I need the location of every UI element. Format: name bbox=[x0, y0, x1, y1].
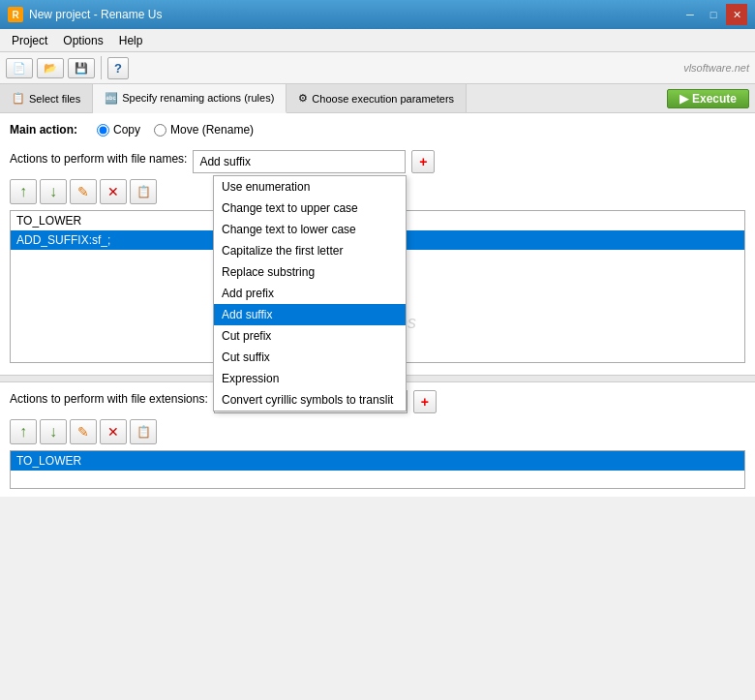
ext-delete-button[interactable]: ✕ bbox=[100, 419, 127, 444]
close-button[interactable]: ✕ bbox=[726, 4, 747, 25]
main-action-label: Main action: bbox=[10, 123, 77, 137]
tab-execution-label: Choose execution parameters bbox=[312, 93, 454, 105]
menu-help[interactable]: Help bbox=[111, 32, 151, 49]
extensions-add-button[interactable]: + bbox=[413, 390, 437, 413]
dropdown-option-cut-suffix[interactable]: Cut suffix bbox=[214, 347, 406, 368]
names-dropdown-wrapper: Use enumeration Change text to upper cas… bbox=[193, 150, 406, 173]
radio-group: Copy Move (Rename) bbox=[97, 123, 254, 137]
brand-watermark: vlsoftware.net bbox=[683, 62, 749, 74]
extensions-list: TO_LOWER bbox=[10, 450, 745, 489]
menu-options[interactable]: Options bbox=[55, 32, 110, 49]
toolbar: 📄 📂 💾 ? vlsoftware.net bbox=[0, 52, 755, 84]
toolbar-separator bbox=[101, 56, 102, 79]
ext-down-button[interactable]: ↓ bbox=[40, 419, 67, 444]
tabs-bar: 📋 Select files 🔤 Specify renaming action… bbox=[0, 84, 755, 113]
title-bar: R New project - Rename Us ─ □ ✕ bbox=[0, 0, 755, 29]
dropdown-option-upper-case[interactable]: Change text to upper case bbox=[214, 198, 406, 219]
menu-bar: Project Options Help bbox=[0, 29, 755, 52]
tab-renaming-label: Specify renaming actions (rules) bbox=[122, 92, 274, 104]
dropdown-list: Use enumeration Change text to upper cas… bbox=[213, 175, 407, 411]
names-dropdown[interactable]: Use enumeration Change text to upper cas… bbox=[193, 150, 406, 173]
dropdown-option-add-prefix[interactable]: Add prefix bbox=[214, 283, 406, 304]
tab-renaming-actions[interactable]: 🔤 Specify renaming actions (rules) bbox=[93, 84, 287, 113]
names-copy-button[interactable]: 📋 bbox=[130, 179, 157, 204]
execute-button[interactable]: ▶ Execute bbox=[667, 89, 749, 108]
save-icon: 💾 bbox=[75, 62, 88, 75]
extensions-action-buttons: ↑ ↓ ✎ ✕ 📋 bbox=[10, 419, 745, 444]
extensions-section-label: Actions to perform with file extensions: bbox=[10, 392, 208, 406]
execution-icon: ⚙ bbox=[298, 92, 308, 105]
radio-move[interactable]: Move (Rename) bbox=[154, 123, 254, 137]
main-action-section: Main action: Copy Move (Rename) Actions … bbox=[0, 113, 755, 375]
dropdown-option-cyrillic[interactable]: Convert cyrillic symbols to translit bbox=[214, 389, 406, 411]
names-section: Actions to perform with file names: Use … bbox=[10, 150, 745, 363]
radio-move-input[interactable] bbox=[154, 124, 166, 137]
extensions-list-item-0[interactable]: TO_LOWER bbox=[11, 451, 744, 471]
open-button[interactable]: 📂 bbox=[37, 58, 64, 78]
menu-project[interactable]: Project bbox=[4, 32, 55, 49]
dropdown-option-replace[interactable]: Replace substring bbox=[214, 261, 406, 283]
ext-up-button[interactable]: ↑ bbox=[10, 419, 37, 444]
minimize-button[interactable]: ─ bbox=[680, 4, 701, 25]
tab-select-files-label: Select files bbox=[29, 93, 80, 105]
dropdown-option-add-suffix[interactable]: Add suffix bbox=[214, 304, 406, 325]
radio-move-label: Move (Rename) bbox=[170, 123, 254, 137]
names-up-button[interactable]: ↑ bbox=[10, 179, 37, 204]
dropdown-option-lower-case[interactable]: Change text to lower case bbox=[214, 219, 406, 240]
radio-copy-label: Copy bbox=[113, 123, 140, 137]
main-content-area: Main action: Copy Move (Rename) Actions … bbox=[0, 113, 755, 700]
maximize-button[interactable]: □ bbox=[703, 4, 724, 25]
names-down-button[interactable]: ↓ bbox=[40, 179, 67, 204]
help-icon: ? bbox=[114, 61, 122, 76]
new-icon: 📄 bbox=[13, 62, 26, 75]
dropdown-option-expression[interactable]: Expression bbox=[214, 368, 406, 389]
ext-edit-button[interactable]: ✎ bbox=[70, 419, 97, 444]
window-title: New project - Rename Us bbox=[29, 8, 162, 21]
dropdown-option-use-enum[interactable]: Use enumeration bbox=[214, 176, 406, 198]
save-button[interactable]: 💾 bbox=[68, 58, 95, 78]
radio-copy[interactable]: Copy bbox=[97, 123, 140, 137]
window-controls: ─ □ ✕ bbox=[680, 4, 747, 25]
app-icon: R bbox=[8, 7, 23, 22]
tab-execution-params[interactable]: ⚙ Choose execution parameters bbox=[287, 84, 467, 112]
open-icon: 📂 bbox=[44, 62, 57, 75]
names-section-label: Actions to perform with file names: bbox=[10, 152, 187, 166]
execute-label: Execute bbox=[692, 92, 737, 106]
renaming-icon: 🔤 bbox=[105, 92, 118, 105]
tab-select-files[interactable]: 📋 Select files bbox=[0, 84, 93, 112]
help-button[interactable]: ? bbox=[107, 57, 129, 79]
execute-play-icon: ▶ bbox=[680, 92, 688, 106]
main-action-row: Main action: Copy Move (Rename) bbox=[10, 123, 745, 137]
dropdown-option-capitalize[interactable]: Capitalize the first letter bbox=[214, 240, 406, 261]
select-files-icon: 📋 bbox=[12, 92, 25, 105]
names-add-button[interactable]: + bbox=[411, 150, 435, 173]
names-delete-button[interactable]: ✕ bbox=[100, 179, 127, 204]
names-action-row: Actions to perform with file names: Use … bbox=[10, 150, 745, 173]
ext-copy-button[interactable]: 📋 bbox=[130, 419, 157, 444]
dropdown-option-cut-prefix[interactable]: Cut prefix bbox=[214, 325, 406, 347]
names-edit-button[interactable]: ✎ bbox=[70, 179, 97, 204]
new-button[interactable]: 📄 bbox=[6, 58, 33, 78]
radio-copy-input[interactable] bbox=[97, 124, 109, 137]
